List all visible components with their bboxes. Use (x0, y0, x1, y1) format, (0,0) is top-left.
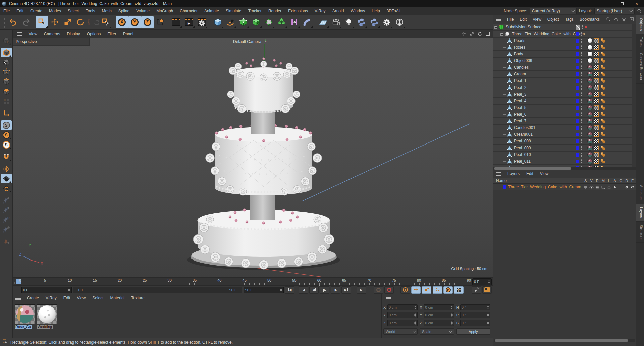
layer-color-chip[interactable] (576, 160, 579, 163)
material-sphere-icon[interactable] (587, 132, 593, 137)
texture-tag-icon[interactable] (600, 112, 606, 117)
material-sphere-icon[interactable] (587, 159, 593, 164)
camera-label[interactable]: Default Camera (233, 39, 268, 44)
make-editable-button[interactable] (1, 36, 12, 45)
lock-y-axis-button[interactable]: Y (128, 16, 141, 28)
spline-wrap-button[interactable] (301, 16, 313, 28)
timeline-tick[interactable]: 60 (317, 278, 321, 282)
pen-spline-button[interactable] (224, 16, 237, 28)
solo-icon[interactable] (583, 185, 589, 189)
rotate-button[interactable] (74, 16, 87, 28)
visibility-dots-icon[interactable] (581, 79, 582, 83)
spinner-icon[interactable] (451, 313, 453, 317)
uvw-tag-icon[interactable] (594, 85, 599, 90)
spinner-icon[interactable] (280, 288, 282, 292)
axis-mode-button[interactable] (1, 108, 12, 118)
coordinate-input[interactable]: 0 cm (387, 304, 418, 310)
close-button[interactable]: × (629, 0, 644, 7)
uvw-tag-icon[interactable] (594, 159, 599, 164)
visibility-dots-icon[interactable] (581, 159, 582, 164)
disable-generator-icon[interactable] (585, 25, 587, 29)
object-name[interactable]: Peal_5 (514, 105, 526, 110)
render-view-button[interactable] (170, 16, 182, 28)
timeline-tick[interactable]: 0 (18, 278, 22, 282)
add-preset-button[interactable] (1, 237, 12, 246)
menu-item[interactable]: Animate (201, 7, 222, 15)
object-tree-item[interactable]: Pearls (493, 38, 632, 44)
uvw-tag-icon[interactable] (594, 58, 599, 63)
texture-tag-icon[interactable] (600, 45, 606, 50)
key-scale-toggle[interactable] (422, 286, 431, 294)
visibility-dots-icon[interactable] (581, 119, 582, 123)
goto-end-button[interactable]: ▶ (357, 286, 366, 294)
edit-render-settings-button[interactable] (196, 16, 208, 28)
key-position-toggle[interactable] (411, 286, 421, 294)
lock-workplane-button[interactable] (1, 174, 12, 183)
previous-key-button[interactable]: ◀ (299, 286, 308, 294)
material-sphere-icon[interactable] (587, 45, 593, 50)
transform-mode-select[interactable]: Scale (420, 328, 454, 335)
menu-item[interactable]: Extensions (285, 7, 311, 15)
uvw-tag-icon[interactable] (594, 146, 599, 150)
menu-item[interactable]: Volume (133, 7, 153, 15)
spinner-icon[interactable] (414, 321, 416, 325)
object-manager-menu-item[interactable]: Tags (562, 16, 577, 23)
material-menu-item[interactable]: View (73, 294, 89, 302)
menu-item[interactable]: 3DToAll (383, 7, 404, 15)
floor-button[interactable] (317, 16, 329, 28)
filter-icon[interactable] (621, 16, 627, 22)
spinner-icon[interactable] (488, 280, 490, 283)
timeline-tick[interactable]: 75 (392, 278, 396, 282)
menu-item[interactable]: Help (368, 7, 383, 15)
layer-color-chip[interactable] (576, 133, 579, 136)
material-menu-item[interactable]: Create (23, 294, 42, 302)
max-frame-field[interactable]: 90 F (244, 287, 284, 293)
object-name[interactable]: Object009 (514, 58, 532, 63)
play-button[interactable]: ▶ (320, 286, 329, 294)
visibility-dots-icon[interactable] (581, 85, 582, 90)
coordinate-input[interactable]: 0 cm (387, 320, 418, 326)
object-tree-item[interactable]: Body (493, 51, 632, 58)
material-menu-item[interactable]: Texture (128, 294, 148, 302)
timeline-tick[interactable]: 50 (267, 278, 271, 282)
texture-tag-icon[interactable] (600, 152, 606, 157)
material-sphere-icon[interactable] (587, 65, 593, 70)
texture-tag-icon[interactable] (600, 92, 606, 97)
timeline-tick[interactable]: 40 (217, 278, 221, 282)
timeline-tick[interactable]: 70 (367, 278, 371, 282)
layer-name[interactable]: Three_Tier_Wedding_Cake_with_Cream (508, 185, 581, 189)
timeline-tick[interactable]: 30 (168, 278, 172, 282)
simulate-button[interactable] (381, 16, 393, 28)
layer-color-chip[interactable] (576, 99, 579, 103)
uvw-tag-icon[interactable] (594, 139, 599, 143)
layer-color-chip[interactable] (576, 106, 579, 110)
psr-reset-button[interactable]: PSR (87, 16, 99, 28)
object-tree-item[interactable]: Peal_008 (493, 138, 632, 145)
manager-icon[interactable] (600, 185, 606, 189)
hamburger-menu-icon[interactable] (496, 18, 501, 21)
visibility-dots-icon[interactable] (581, 139, 582, 143)
model-mode-button[interactable] (1, 48, 12, 57)
wedding-cake-model[interactable] (180, 40, 347, 271)
hamburger-menu-icon[interactable] (496, 172, 501, 176)
key-pla-toggle[interactable] (454, 286, 464, 294)
visibility-dots-icon[interactable] (581, 92, 582, 97)
object-tree-item[interactable]: Peal_3 (493, 91, 632, 98)
visibility-dots-icon[interactable] (582, 25, 583, 30)
material-sphere-icon[interactable] (587, 38, 593, 43)
material-sphere-icon[interactable] (587, 145, 593, 151)
range-end-grip[interactable] (239, 288, 240, 292)
layer-color-chip[interactable] (576, 46, 579, 49)
scrollbar-thumb[interactable] (494, 167, 571, 170)
object-tree-item[interactable]: Candies (493, 64, 632, 71)
coordinate-space-select[interactable]: World (383, 328, 418, 335)
texture-tag-icon[interactable] (600, 105, 606, 110)
power-slider[interactable]: 0 F 90 F (73, 287, 242, 293)
pen-tablet-button[interactable] (472, 286, 481, 294)
layer-color-chip[interactable] (576, 72, 579, 76)
uvw-tag-icon[interactable] (594, 65, 599, 70)
move-button[interactable] (49, 16, 61, 28)
record-keyframe-button[interactable] (384, 286, 394, 294)
visibility-dots-icon[interactable] (581, 132, 582, 137)
object-name[interactable]: Body (514, 52, 523, 56)
